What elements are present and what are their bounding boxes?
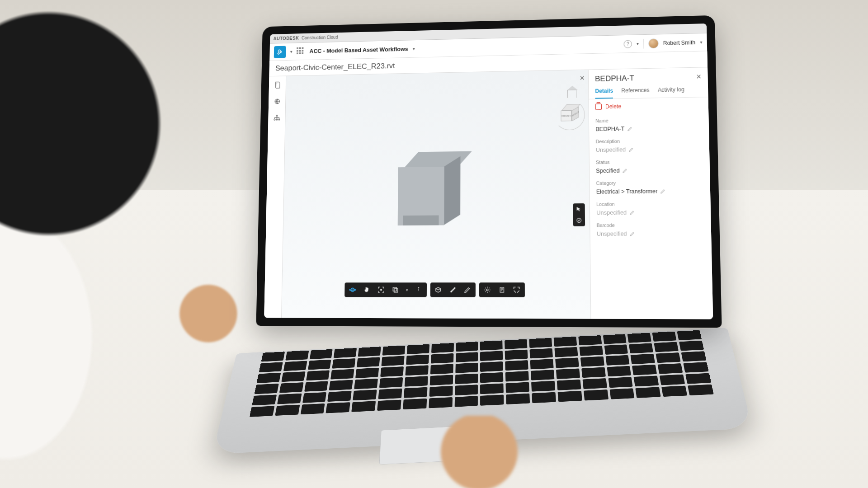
camera-tool-icon[interactable]: [434, 285, 443, 294]
measure-tool-icon[interactable]: [448, 285, 458, 294]
delete-label: Delete: [605, 103, 621, 110]
file-name: Seaport-Civic-Center_ELEC_R23.rvt: [275, 61, 395, 73]
field-label-description: Description: [596, 137, 703, 144]
apps-grid-icon[interactable]: [297, 47, 305, 56]
field-label-category: Category: [596, 179, 704, 186]
user-avatar[interactable]: [648, 38, 659, 48]
home-view-icon[interactable]: [567, 90, 576, 98]
user-name[interactable]: Robert Smith: [663, 39, 696, 46]
svg-point-7: [577, 218, 581, 223]
svg-point-8: [351, 288, 354, 292]
tab-activity-log[interactable]: Activity log: [658, 84, 684, 98]
tools-dropdown-chevron-icon[interactable]: ▾: [290, 49, 292, 54]
tab-references[interactable]: References: [621, 84, 650, 99]
viewer-side-tools: [573, 203, 585, 226]
project-name[interactable]: ACC - Model Based Asset Workflows: [309, 46, 408, 54]
section-tool-icon[interactable]: [391, 285, 400, 294]
delete-button[interactable]: Delete: [589, 97, 708, 114]
trash-icon: [595, 103, 602, 110]
project-dropdown-chevron-icon[interactable]: ▾: [412, 47, 415, 52]
markup-tool-icon[interactable]: [463, 285, 472, 294]
svg-rect-10: [393, 287, 396, 291]
field-value-barcode: Unspecified: [597, 230, 705, 237]
help-icon[interactable]: ?: [624, 40, 632, 48]
laptop-screen-frame: AUTODESK Construction Cloud ▾ ACC - Mode…: [256, 15, 722, 328]
edit-name-icon[interactable]: [627, 126, 632, 131]
globe-icon[interactable]: [273, 97, 281, 106]
pan-tool-icon[interactable]: [362, 285, 371, 294]
tab-details[interactable]: Details: [595, 85, 613, 99]
field-value-location: Unspecified: [596, 209, 704, 216]
check-tool-icon[interactable]: [575, 216, 583, 224]
view-cube[interactable]: FRONT RIGHT: [557, 102, 582, 127]
viewcube-front[interactable]: FRONT: [561, 110, 571, 121]
brand-name: AUTODESK: [274, 36, 299, 41]
edit-location-icon[interactable]: [629, 210, 635, 215]
hierarchy-icon[interactable]: [272, 113, 281, 122]
panel-close-icon[interactable]: ×: [696, 72, 701, 81]
asset-details-panel: BEDPHA-T × Details References Activity l…: [588, 67, 713, 319]
panel-tabs: Details References Activity log: [589, 83, 708, 99]
field-label-barcode: Barcode: [597, 222, 705, 228]
product-name: Construction Cloud: [302, 35, 338, 40]
svg-rect-11: [394, 289, 398, 292]
edit-category-icon[interactable]: [660, 188, 666, 194]
tools-icon[interactable]: [274, 46, 286, 58]
field-value-description: Unspecified: [596, 145, 703, 153]
svg-rect-1: [276, 83, 280, 89]
field-value-status: Specified: [596, 167, 703, 174]
settings-tool-icon[interactable]: [483, 285, 492, 294]
person-silhouette: [0, 0, 253, 488]
svg-point-4: [274, 119, 275, 120]
svg-rect-14: [500, 287, 504, 292]
field-label-location: Location: [596, 201, 704, 207]
model-viewer[interactable]: × FRONT RIGHT: [282, 70, 590, 319]
panel-title: BEDPHA-T: [595, 72, 696, 83]
edit-status-icon[interactable]: [623, 168, 628, 173]
properties-tool-icon[interactable]: [497, 285, 506, 294]
walk-tool-icon[interactable]: [414, 285, 423, 294]
field-value-name: BEDPHA-T: [595, 125, 702, 133]
svg-point-6: [278, 119, 279, 120]
fullscreen-tool-icon[interactable]: [512, 285, 521, 294]
field-value-category: Electrical > Transformer: [596, 188, 704, 195]
viewer-bottom-toolbar: ▾: [344, 282, 525, 297]
svg-point-9: [381, 289, 382, 291]
transformer-model[interactable]: [397, 155, 465, 231]
orbit-tool-icon[interactable]: [348, 285, 357, 294]
svg-point-13: [486, 289, 488, 291]
svg-point-3: [276, 115, 278, 116]
edit-barcode-icon[interactable]: [630, 231, 636, 236]
user-dropdown-chevron-icon[interactable]: ▾: [700, 40, 702, 45]
section-dropdown-chevron-icon[interactable]: ▾: [405, 285, 409, 294]
svg-point-12: [418, 287, 419, 288]
field-label-name: Name: [595, 116, 702, 123]
sheets-icon[interactable]: [273, 80, 282, 89]
hand-right: [407, 416, 552, 488]
app-window: AUTODESK Construction Cloud ▾ ACC - Mode…: [264, 23, 713, 319]
zoom-fit-icon[interactable]: [377, 285, 386, 294]
edit-description-icon[interactable]: [628, 147, 634, 152]
field-label-status: Status: [596, 158, 703, 165]
viewer-close-icon[interactable]: ×: [580, 74, 585, 83]
cursor-tool-icon[interactable]: [575, 205, 583, 213]
photo-scene: document.write(Array.from({length:108}).…: [0, 0, 868, 488]
help-dropdown-chevron-icon[interactable]: ▾: [637, 41, 639, 46]
